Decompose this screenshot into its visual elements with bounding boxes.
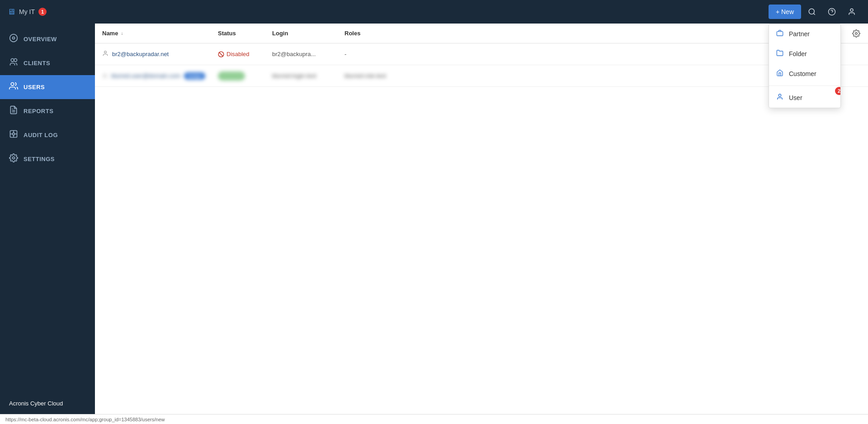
dropdown-folder-label: Folder	[789, 50, 807, 57]
user-row-icon	[102, 50, 108, 58]
content-topbar	[848, 24, 868, 43]
dropdown-item-customer[interactable]: Customer	[769, 64, 840, 84]
sidebar-item-settings[interactable]: SETTINGS	[0, 147, 95, 171]
cell-name: br2@backupradar.net	[95, 50, 212, 58]
svg-point-8	[13, 37, 15, 39]
dropdown-divider	[769, 86, 840, 86]
sidebar-clients-label: CLIENTS	[24, 60, 50, 67]
svg-rect-5	[777, 32, 783, 36]
status-url: https://mc-beta-cloud.acronis.com/mc/app…	[5, 417, 165, 422]
new-dropdown-menu: Partner Folder Customer	[769, 24, 841, 108]
row1-name: br2@backupradar.net	[112, 51, 169, 57]
dropdown-customer-label: Customer	[789, 70, 816, 77]
status-blur	[218, 71, 245, 81]
statusbar: https://mc-beta-cloud.acronis.com/mc/app…	[0, 414, 868, 424]
dropdown-item-folder[interactable]: Folder	[769, 44, 840, 64]
column-name[interactable]: Name ↓	[95, 30, 212, 37]
sidebar-item-reports[interactable]: REPORTS	[0, 99, 95, 123]
cell-roles: -	[339, 51, 411, 57]
user-badge: 2	[835, 87, 841, 95]
cell-login: br2@backupra...	[267, 51, 339, 57]
svg-point-9	[11, 59, 14, 62]
help-button[interactable]	[823, 3, 841, 21]
svg-point-10	[14, 59, 17, 62]
column-roles: Roles	[339, 30, 411, 37]
sidebar-reports-label: REPORTS	[24, 108, 53, 114]
sidebar-item-users[interactable]: USERS	[0, 75, 95, 99]
table-header: Name ↓ Status Login Roles	[95, 24, 868, 43]
cell-roles-blurred: blurred-role-text	[339, 72, 411, 79]
sidebar-brand: Acronis Cyber Cloud	[0, 393, 95, 414]
sidebar-audit-log-label: AUDIT LOG	[24, 132, 58, 138]
svg-point-16	[13, 157, 15, 159]
svg-point-4	[850, 9, 853, 11]
dropdown-item-partner[interactable]: Partner	[769, 24, 840, 44]
sidebar-item-overview[interactable]: OVERVIEW	[0, 27, 95, 51]
folder-icon	[776, 49, 783, 58]
svg-point-11	[11, 83, 14, 86]
users-icon	[9, 81, 18, 93]
main-layout: OVERVIEW CLIENTS USERS	[0, 24, 868, 414]
sidebar-settings-label: SETTINGS	[24, 156, 55, 162]
svg-point-7	[10, 34, 18, 42]
app-icon: 🖥	[7, 7, 15, 17]
cell-name-blurred: blurred.user@domain.com badge	[95, 72, 212, 80]
table-body: br2@backupradar.net Disabled br2@backupr…	[95, 43, 868, 414]
topbar-left: 🖥 My IT 1	[7, 7, 47, 17]
svg-line-1	[813, 13, 815, 14]
dropdown-user-label: User	[789, 94, 802, 101]
customer-icon	[776, 69, 783, 78]
sidebar-users-label: USERS	[24, 84, 45, 91]
svg-point-21	[855, 33, 858, 35]
status-disabled: Disabled	[218, 51, 261, 57]
sidebar-overview-label: OVERVIEW	[24, 36, 57, 43]
settings-icon	[9, 153, 18, 165]
topbar: 🖥 My IT 1 + New	[0, 0, 868, 24]
svg-point-20	[104, 74, 106, 76]
svg-line-19	[219, 52, 223, 56]
table-row[interactable]: blurred.user@domain.com badge blurred-lo…	[95, 65, 868, 87]
svg-point-0	[809, 9, 814, 14]
sidebar: OVERVIEW CLIENTS USERS	[0, 24, 95, 414]
sidebar-item-clients[interactable]: CLIENTS	[0, 51, 95, 75]
svg-point-17	[104, 51, 107, 53]
svg-point-15	[13, 133, 15, 135]
column-login: Login	[267, 30, 339, 37]
reports-icon	[9, 105, 18, 117]
sidebar-item-audit-log[interactable]: AUDIT LOG	[0, 123, 95, 147]
dropdown-item-user[interactable]: User 2	[769, 88, 840, 108]
new-button[interactable]: + New	[769, 5, 801, 19]
cell-status-blurred	[212, 71, 267, 81]
clients-icon	[9, 57, 18, 69]
search-button[interactable]	[803, 3, 821, 21]
partner-icon	[776, 29, 783, 38]
user-icon	[776, 93, 783, 102]
column-status: Status	[212, 30, 267, 37]
sort-icon: ↓	[121, 31, 123, 36]
dropdown-partner-label: Partner	[789, 30, 810, 38]
overview-icon	[9, 33, 18, 45]
notification-badge: 1	[38, 8, 47, 16]
topbar-right: + New	[769, 3, 861, 21]
svg-point-6	[778, 94, 781, 96]
table-row[interactable]: br2@backupradar.net Disabled br2@backupr…	[95, 43, 868, 65]
table-settings-button[interactable]	[848, 25, 864, 42]
content-area: Name ↓ Status Login Roles	[95, 24, 868, 414]
cell-login-blurred: blurred-login-text	[267, 72, 339, 79]
brand-text: Acronis Cyber Cloud	[9, 400, 86, 407]
audit-log-icon	[9, 129, 18, 141]
cell-status: Disabled	[212, 51, 267, 57]
profile-button[interactable]	[843, 3, 861, 21]
app-name: My IT	[19, 8, 35, 15]
